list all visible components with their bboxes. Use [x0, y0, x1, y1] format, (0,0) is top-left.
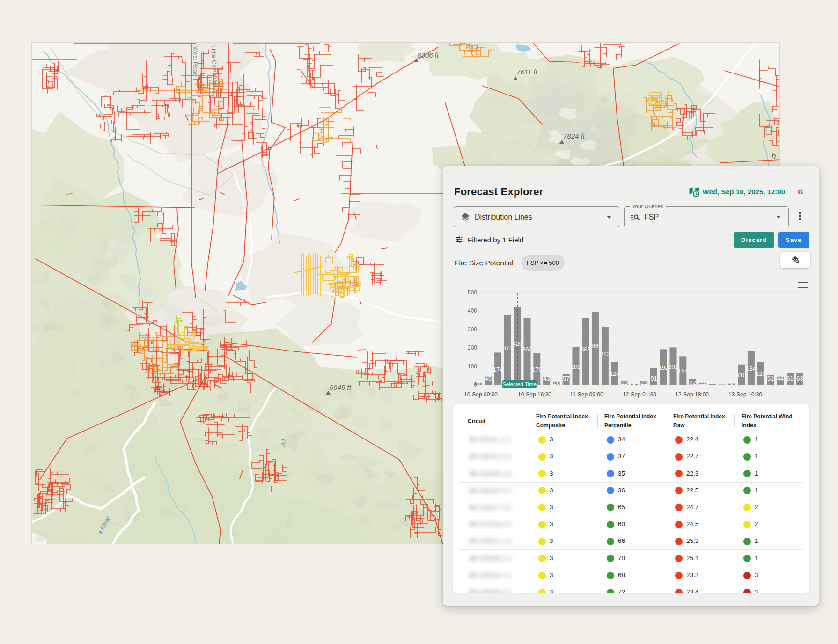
svg-text:377: 377 [503, 344, 513, 351]
svg-text:61: 61 [787, 375, 793, 382]
svg-text:h: h [772, 152, 776, 161]
svg-text:4: 4 [711, 379, 714, 386]
svg-text:52: 52 [767, 375, 774, 382]
svg-text:8: 8 [477, 379, 480, 386]
svg-text:205: 205 [571, 363, 581, 370]
svg-text:6: 6 [730, 379, 733, 386]
svg-text:420: 420 [512, 340, 522, 347]
svg-text:44: 44 [777, 375, 784, 382]
svg-text:57: 57 [563, 375, 569, 382]
svg-text:6306 ft: 6306 ft [417, 51, 439, 59]
svg-text:5: 5 [632, 379, 636, 386]
svg-text:6945 ft: 6945 ft [330, 383, 352, 391]
svg-text:16: 16 [553, 379, 559, 386]
svg-text:395: 395 [590, 343, 601, 350]
svg-text:45: 45 [485, 375, 492, 382]
svg-text:23: 23 [621, 379, 628, 386]
svg-text:West Road: West Road [192, 46, 199, 76]
svg-text:184: 184 [746, 365, 757, 372]
svg-text:110: 110 [736, 372, 746, 379]
svg-text:63: 63 [796, 375, 803, 382]
svg-text:21: 21 [640, 379, 647, 386]
svg-text:192: 192 [658, 364, 669, 371]
svg-text:362: 362 [522, 346, 532, 353]
svg-text:170: 170 [532, 366, 542, 373]
svg-text:11: 11 [699, 379, 706, 386]
svg-text:202: 202 [668, 363, 678, 370]
svg-text:43: 43 [543, 375, 550, 382]
svg-text:124: 124 [610, 370, 620, 377]
svg-text:123: 123 [756, 370, 766, 377]
svg-text:Selected Time: Selected Time [502, 381, 537, 387]
svg-text:91: 91 [650, 375, 657, 382]
svg-text:363: 363 [581, 346, 591, 353]
svg-text:313: 313 [600, 351, 610, 358]
svg-text:32: 32 [689, 379, 696, 386]
svg-text:7611 ft: 7611 ft [516, 68, 538, 76]
svg-text:154: 154 [678, 367, 688, 374]
svg-text:174: 174 [493, 366, 503, 373]
svg-text:7824 ft: 7824 ft [563, 132, 585, 140]
